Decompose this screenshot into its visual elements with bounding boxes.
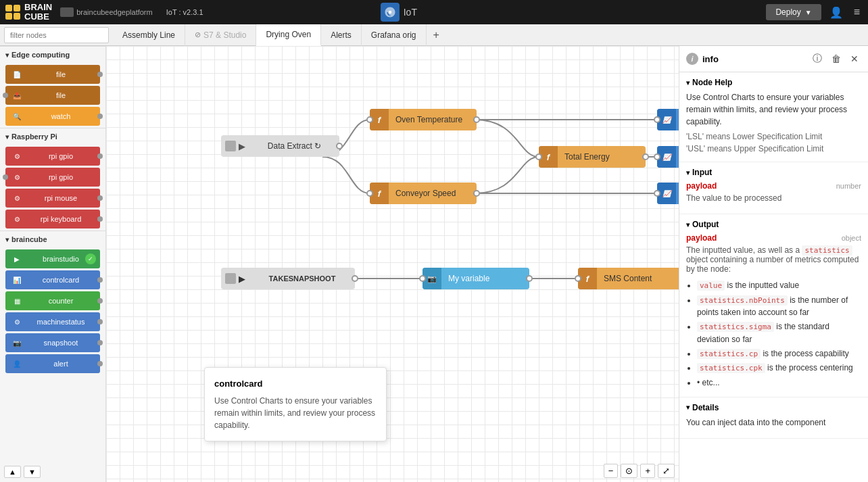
snap-toggle: ▶ [221, 273, 249, 284]
sidebar-nav-down-button[interactable]: ▼ [24, 466, 41, 478]
sidebar-item-rpi-gpio1[interactable]: ⚙ rpi gpio [5, 147, 100, 166]
node-my-variable[interactable]: 📷 My variable [423, 268, 529, 289]
tabbar: Assembly Line ⊘S7 & Studio Drying Oven A… [0, 24, 868, 46]
tab-s7-studio[interactable]: ⊘S7 & Studio [185, 24, 256, 46]
rp-details-title[interactable]: ▾ Details [686, 403, 861, 412]
rp-info-button[interactable]: ⓘ [810, 51, 825, 66]
port-right [97, 72, 103, 77]
sidebar-item-brainstudio[interactable]: ▶ brainstudio ✓ [5, 249, 100, 268]
rp-lsl-note: 'LSL' means Lower Specification Limit [686, 132, 861, 141]
main-layout: ▾ Edge computing 📄 file 📤 file 🔍 watch ▾… [0, 46, 868, 482]
fit-button[interactable]: ⊙ [621, 464, 637, 478]
toggle-square-icon [225, 141, 236, 151]
zoom-in-button[interactable]: + [640, 464, 655, 478]
deploy-button[interactable]: Deploy ▼ [766, 4, 821, 20]
port-right-controlcard [97, 277, 103, 283]
rp-output-intro: The inputted value, as well as a statist… [686, 245, 861, 274]
node-label-snap: snapshoot [27, 339, 95, 347]
section-label-braincube: braincube [11, 235, 47, 243]
port-left [654, 153, 660, 160]
rp-input-payload-desc: The value to be processed [686, 193, 861, 203]
node-total-energy-src[interactable]: f Total Energy [539, 146, 646, 168]
item-code-cp: statistics.cp [697, 349, 761, 359]
rp-close-button[interactable]: ✕ [848, 51, 861, 66]
node-conveyor-chart[interactable]: 📈 Conveyor Speed [657, 183, 679, 204]
rp-node-help-title[interactable]: ▾ Node Help [686, 78, 861, 87]
tab-grafana-orig[interactable]: Grafana orig [362, 24, 427, 46]
item-code-sigma: statistics.sigma [697, 322, 774, 332]
tab-alerts[interactable]: Alerts [321, 24, 362, 46]
port-left-rpi2 [3, 174, 8, 180]
section-label-rpi: Raspberry Pi [11, 132, 57, 141]
sidebar-item-rpi-keyboard[interactable]: ⚙ rpi keyboard [5, 210, 100, 228]
sidebar-item-file2[interactable]: 📤 file [5, 86, 100, 105]
sidebar-item-file1[interactable]: 📄 file [5, 65, 100, 84]
tab-assembly-line[interactable]: Assembly Line [113, 24, 185, 46]
section-braincube[interactable]: ▾ braincube [0, 231, 105, 247]
sidebar-item-counter[interactable]: ▦ counter [5, 291, 100, 310]
rp-input-section: ▾ Input payload number The value to be p… [679, 162, 868, 214]
file-icon2: 📤 [11, 89, 23, 101]
chevron-down-icon3: ▾ [5, 236, 9, 243]
sidebar-nav-up-button[interactable]: ▲ [4, 466, 21, 478]
controlcard-icon: 📊 [11, 274, 23, 286]
logo: BRAIN CUBE [5, 3, 52, 22]
menu-icon[interactable]: ≡ [851, 3, 863, 21]
rp-output-title[interactable]: ▾ Output [686, 220, 861, 229]
rp-delete-button[interactable]: 🗑 [829, 51, 844, 66]
snap-arrow-icon: ▶ [239, 274, 245, 284]
chevron-down-icon2: ▾ [5, 133, 9, 141]
node-label-data-extract: Data Extract ↻ [249, 141, 339, 151]
brand-name: BRAIN CUBE [24, 3, 52, 22]
rp-output-payload-label: payload [686, 233, 717, 243]
node-total-energy-chart[interactable]: 📈 Total Energy [657, 146, 679, 168]
port-left [366, 116, 373, 123]
platform-icon [60, 7, 74, 17]
node-toggle-controls: ▶ [221, 141, 249, 151]
sidebar-item-machinestatus[interactable]: ⚙ machinestatus [5, 312, 100, 331]
node-sms-content[interactable]: f SMS Content [578, 268, 679, 289]
node-label-file2: file [27, 91, 95, 99]
node-conveyor-src[interactable]: f Conveyor Speed [370, 183, 477, 204]
lock-icon: ⊘ [195, 30, 201, 39]
version-label: IoT : v2.3.1 [166, 8, 203, 16]
rp-output-section: ▾ Output payload object The inputted val… [679, 214, 868, 397]
snap-icon: 📷 [11, 337, 23, 349]
port-left [654, 190, 660, 197]
sidebar-item-watch[interactable]: 🔍 watch [5, 107, 100, 126]
tooltip-text: Use Control Charts to ensure your variab… [214, 395, 377, 431]
user-icon[interactable]: 👤 [827, 3, 846, 22]
flow-canvas[interactable]: ▶ Data Extract ↻ f Oven Temperature f To… [106, 46, 679, 482]
sidebar-item-snapshoot[interactable]: 📷 snapshoot [5, 333, 100, 352]
file-icon: 📄 [11, 68, 23, 80]
rpi-icon2: ⚙ [11, 171, 23, 183]
list-item-etc: • etc... [697, 377, 861, 389]
node-oven-temp-chart[interactable]: 📈 Oven Temperature [657, 109, 679, 130]
sidebar-item-rpi-gpio2[interactable]: ⚙ rpi gpio [5, 168, 100, 187]
sidebar-item-controlcard[interactable]: 📊 controlcard [5, 270, 100, 289]
zoom-out-button[interactable]: − [604, 464, 619, 478]
chevron-down-icon7: ▾ [686, 404, 690, 411]
item-code-cpk: statistics.cpk [697, 363, 765, 373]
platform-name: braincubeedgeplatform [60, 7, 153, 17]
node-label-brainstudio: brainstudio [27, 255, 95, 263]
filter-nodes-input[interactable] [4, 27, 109, 43]
node-label-conveyor: Conveyor Speed [389, 189, 477, 198]
rp-header-right: ⓘ 🗑 ✕ [810, 51, 861, 66]
section-raspberry-pi[interactable]: ▾ Raspberry Pi [0, 128, 105, 145]
node-data-extract[interactable]: ▶ Data Extract ↻ [221, 135, 339, 157]
expand-button[interactable]: ⤢ [658, 464, 675, 478]
node-label-alert: alert [27, 360, 95, 368]
add-tab-button[interactable]: + [427, 29, 446, 41]
port-right-rpi-keyboard [97, 216, 103, 222]
section-edge-computing[interactable]: ▾ Edge computing [0, 46, 105, 63]
port-right-alert [97, 361, 103, 366]
node-takesnapshoot[interactable]: ▶ TAKESNAPSHOOT [221, 268, 355, 289]
node-oven-temp-src[interactable]: f Oven Temperature [370, 109, 477, 130]
rp-input-payload-type: number [836, 182, 861, 190]
rp-input-title[interactable]: ▾ Input [686, 168, 861, 177]
sidebar-item-alert[interactable]: 👤 alert [5, 354, 100, 373]
node-label-rpi-mouse: rpi mouse [27, 194, 95, 202]
sidebar-item-rpi-mouse[interactable]: ⚙ rpi mouse [5, 189, 100, 208]
tab-drying-oven[interactable]: Drying Oven [256, 24, 321, 46]
